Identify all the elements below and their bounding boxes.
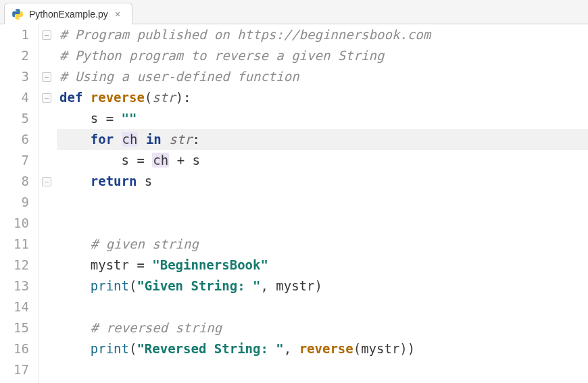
code-editor[interactable]: 1 2 3 4 5 6 7 8 9 10 11 12 13 14 15 16 1…: [0, 24, 588, 383]
fold-toggle-icon[interactable]: –: [42, 93, 51, 103]
match-highlight: ch: [122, 132, 139, 147]
code-line: s = "": [57, 108, 588, 129]
fold-toggle-icon[interactable]: –: [42, 72, 51, 82]
code-line: return s: [57, 171, 588, 192]
code-line: s = ch + s: [57, 150, 588, 171]
line-number: 2: [0, 45, 29, 66]
fold-toggle-icon[interactable]: –: [42, 30, 51, 40]
code-area[interactable]: # Program published on https://beginners…: [57, 24, 588, 383]
line-number: 13: [0, 276, 29, 297]
line-number: 4: [0, 87, 29, 108]
code-line: def reverse(str):: [57, 87, 588, 108]
code-line: # Using a user-defined function: [57, 66, 588, 87]
code-line: mystr = "BeginnersBook": [57, 255, 588, 276]
python-file-icon: [11, 8, 24, 20]
line-number: 8: [0, 171, 29, 192]
code-line: # given string: [57, 234, 588, 255]
code-line-current: for ch in str:: [57, 129, 588, 150]
code-line: print("Reversed String: ", reverse(mystr…: [57, 338, 588, 359]
line-number: 11: [0, 234, 29, 255]
line-number: 12: [0, 255, 29, 276]
file-tab[interactable]: PythonExample.py ×: [4, 3, 132, 24]
file-tab-label: PythonExample.py: [29, 9, 108, 20]
line-number: 9: [0, 192, 29, 213]
line-number: 7: [0, 150, 29, 171]
line-number: 15: [0, 317, 29, 338]
code-line: # Python program to reverse a given Stri…: [57, 45, 588, 66]
tab-bar: PythonExample.py ×: [0, 0, 588, 24]
code-line: # reversed string: [57, 317, 588, 338]
line-number-gutter: 1 2 3 4 5 6 7 8 9 10 11 12 13 14 15 16 1…: [0, 24, 39, 383]
line-number: 10: [0, 213, 29, 234]
code-line: [57, 213, 588, 234]
line-number: 6: [0, 129, 29, 150]
line-number: 5: [0, 108, 29, 129]
code-line: [57, 192, 588, 213]
code-line: [57, 359, 588, 380]
code-line: print("Given String: ", mystr): [57, 276, 588, 297]
line-number: 16: [0, 338, 29, 359]
fold-toggle-icon[interactable]: –: [42, 177, 51, 186]
fold-gutter: – – – –: [39, 24, 57, 383]
line-number: 17: [0, 359, 29, 380]
code-line: # Program published on https://beginners…: [57, 24, 588, 45]
match-highlight: ch: [152, 153, 169, 168]
code-line: [57, 297, 588, 317]
line-number: 1: [0, 24, 29, 45]
close-tab-button[interactable]: ×: [114, 9, 122, 19]
line-number: 3: [0, 66, 29, 87]
line-number: 14: [0, 297, 29, 317]
